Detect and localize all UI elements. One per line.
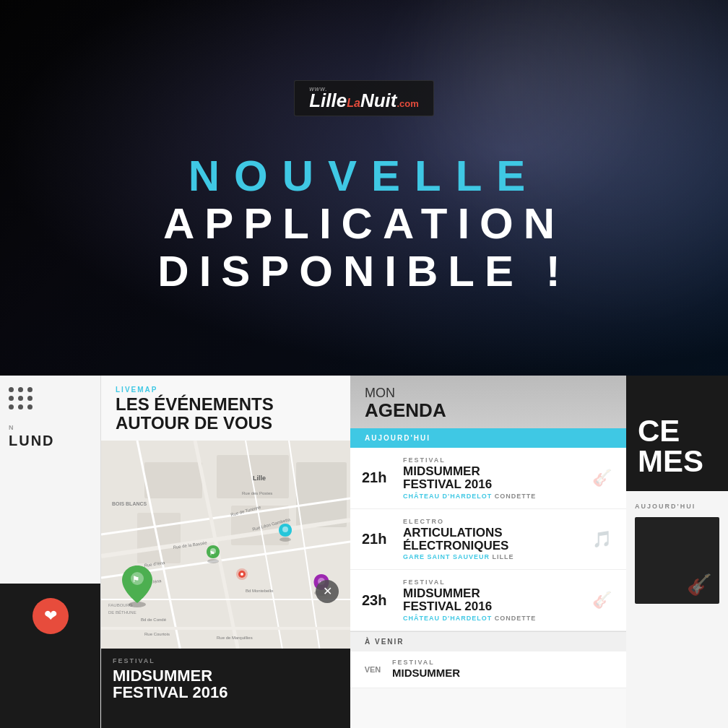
hero-line2: APPLICATION — [157, 200, 570, 248]
hero-headline: NOUVELLE APPLICATION DISPONIBLE ! — [157, 152, 570, 295]
event-name: MIDSUMMER — [392, 667, 615, 679]
svg-text:BOIS BLANCS: BOIS BLANCS — [112, 501, 147, 506]
svg-text:Rue Courtois: Rue Courtois — [144, 632, 170, 636]
event-title: MIDSUMMER FESTIVAL 2016 — [113, 667, 339, 701]
panel-agenda: MON AGENDA AUJOURD'HUI 21h FESTIVAL MIDS… — [350, 376, 626, 728]
dot — [27, 396, 32, 401]
svg-text:DE BÉTHUNE: DE BÉTHUNE — [108, 610, 136, 615]
agenda-label: AGENDA — [365, 401, 612, 420]
svg-rect-1 — [144, 462, 202, 498]
agenda-item[interactable]: 21h FESTIVAL MIDSUMMERFESTIVAL 2016 CHÂT… — [350, 448, 626, 509]
svg-point-29 — [207, 559, 219, 563]
dot — [27, 404, 32, 410]
map-pin-green: ⚑ — [207, 545, 220, 563]
event-name: MIDSUMMERFESTIVAL 2016 — [403, 587, 580, 613]
panel-map: LIVEMAP LES ÉVÉNEMENTS AUTOUR DE VOUS — [101, 376, 350, 728]
dot — [18, 396, 23, 401]
preview-icon: 🎸 — [687, 573, 712, 597]
panel-calendar: N LUND ❤ — [0, 376, 101, 728]
panel-right-bottom: AUJOURD'HUI 🎸 — [626, 491, 728, 615]
event-card-dark: ❤ — [0, 584, 100, 728]
logo-lille: Lille — [309, 91, 347, 110]
svg-text:Rue des Postes: Rue des Postes — [242, 491, 272, 495]
map-pin-teal — [279, 524, 292, 542]
logo-dotcom: .com — [396, 98, 418, 109]
agenda-header: MON AGENDA — [350, 376, 626, 428]
hero-nouvelle: NOUVELLE — [157, 152, 570, 200]
event-location: CHÂTEAU D'HARDELOT CONDETTE — [403, 615, 580, 622]
panel-calendar-top: N LUND — [0, 376, 100, 456]
mon-label: MON — [365, 386, 612, 401]
logo-nuit: Nuit — [360, 91, 397, 110]
event-name: ARTICULATIONSÉLECTRONIQUES — [403, 526, 580, 552]
event-icon: 🎵 — [589, 526, 615, 552]
event-time: 21h — [362, 469, 394, 486]
agenda-item[interactable]: 21h ELECTRO ARTICULATIONSÉLECTRONIQUES G… — [350, 509, 626, 571]
avenir-item[interactable]: ven FESTIVAL MIDSUMMER — [350, 651, 626, 688]
logo-main-row: Lille La Nuit .com — [309, 91, 419, 110]
map-close-button[interactable]: ✕ — [316, 580, 339, 603]
logo-la: La — [347, 98, 360, 109]
panel-right: CE MES AUJOURD'HUI 🎸 — [626, 376, 728, 728]
svg-text:Rue de Marquillies: Rue de Marquillies — [217, 636, 253, 640]
event-location: CHÂTEAU D'HARDELOT CONDETTE — [403, 493, 580, 500]
event-info: ELECTRO ARTICULATIONSÉLECTRONIQUES GARE … — [403, 518, 580, 561]
svg-text:⚑: ⚑ — [209, 550, 214, 557]
dot — [27, 387, 32, 392]
dot — [18, 387, 23, 392]
event-category: FESTIVAL — [403, 578, 580, 586]
panel-map-event-card: FESTIVAL MIDSUMMER FESTIVAL 2016 — [101, 649, 350, 728]
event-time: 21h — [362, 531, 394, 547]
dot — [9, 396, 14, 401]
hero-section: www. Lille La Nuit .com NOUVELLE APPLICA… — [0, 0, 728, 376]
event-icon: 🎸 — [589, 587, 615, 613]
dot — [9, 404, 14, 410]
livemap-label: LIVEMAP — [116, 386, 336, 394]
logo-inner: www. Lille La Nuit .com — [294, 80, 434, 116]
svg-rect-3 — [137, 513, 181, 563]
logo-block: www. Lille La Nuit .com — [294, 80, 434, 116]
event-category: FESTIVAL — [392, 659, 615, 666]
event-preview-card: 🎸 — [635, 517, 719, 604]
avenir-day: ven — [362, 665, 384, 674]
dot — [9, 387, 14, 392]
event-info: FESTIVAL MIDSUMMERFESTIVAL 2016 CHÂTEAU … — [403, 578, 580, 622]
agenda-list: 21h FESTIVAL MIDSUMMERFESTIVAL 2016 CHÂT… — [350, 448, 626, 631]
event-location: GARE SAINT SAUVEUR LILLE — [403, 553, 580, 560]
avenir-bar: À VENIR — [350, 631, 626, 651]
hero-line3: DISPONIBLE ! — [157, 248, 570, 295]
map-title: LES ÉVÉNEMENTS AUTOUR DE VOUS — [116, 395, 336, 433]
ce-label: CE — [638, 416, 716, 446]
aujourdhui-small-label: AUJOURD'HUI — [635, 503, 719, 510]
panels-strip: N LUND ❤ LIVEMAP LES ÉVÉNEMENTS AUTOUR D… — [0, 376, 728, 728]
dots-grid — [9, 387, 92, 410]
event-info: FESTIVAL MIDSUMMER — [392, 659, 615, 680]
svg-text:Lille: Lille — [253, 474, 266, 482]
event-category: ELECTRO — [403, 518, 580, 525]
day-label: LUND — [9, 433, 92, 449]
floating-pin: ⚑ — [119, 564, 155, 610]
svg-point-33 — [282, 526, 288, 532]
heart-button[interactable]: ❤ — [32, 598, 69, 634]
svg-text:Bd de Condé: Bd de Condé — [141, 618, 167, 622]
aujourdhui-bar: AUJOURD'HUI — [350, 428, 626, 448]
svg-point-32 — [280, 537, 291, 542]
map-header: LIVEMAP LES ÉVÉNEMENTS AUTOUR DE VOUS — [101, 376, 350, 441]
agenda-item[interactable]: 23h FESTIVAL MIDSUMMERFESTIVAL 2016 CHÂT… — [350, 570, 626, 631]
event-time: 23h — [362, 592, 394, 609]
panel-right-top: CE MES — [626, 376, 728, 491]
event-category: FESTIVAL — [403, 456, 580, 464]
svg-text:Bd Montebello: Bd Montebello — [246, 589, 274, 593]
svg-text:⚑: ⚑ — [132, 575, 139, 584]
event-icon: 🎸 — [589, 465, 615, 491]
mes-label: MES — [638, 446, 716, 477]
event-name: MIDSUMMERFESTIVAL 2016 — [403, 465, 580, 491]
svg-rect-5 — [296, 462, 347, 527]
event-category: FESTIVAL — [113, 657, 339, 664]
dot — [18, 404, 23, 410]
svg-point-36 — [240, 573, 243, 576]
event-info: FESTIVAL MIDSUMMERFESTIVAL 2016 CHÂTEAU … — [403, 456, 580, 500]
nav-label: N — [9, 424, 92, 431]
